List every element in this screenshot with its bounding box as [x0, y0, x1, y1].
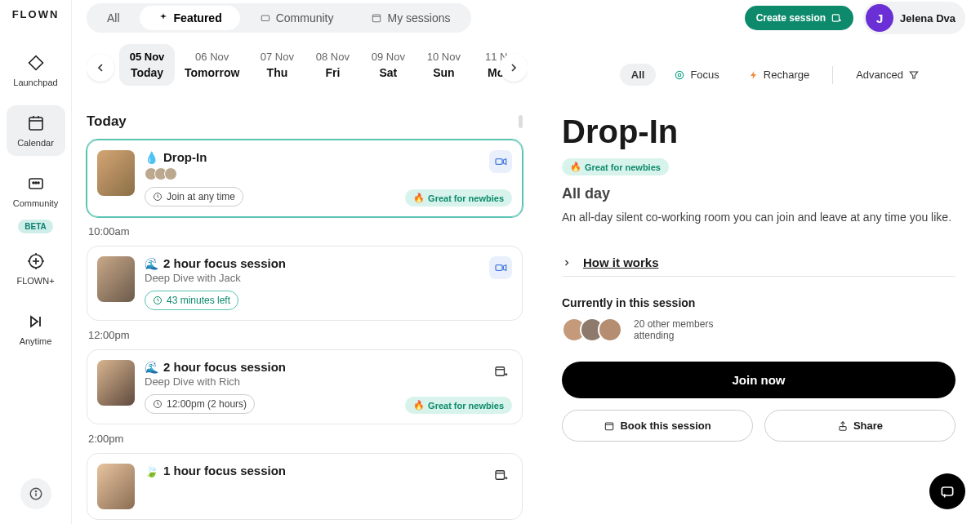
group-icon	[260, 12, 271, 24]
video-icon-button[interactable]	[489, 256, 512, 279]
how-it-works-toggle[interactable]: How it works	[562, 249, 956, 277]
svg-rect-34	[496, 265, 502, 271]
date-cell-today[interactable]: 05 Nov Today	[119, 44, 175, 86]
action-row: Book this session Share	[562, 410, 956, 442]
svg-rect-48	[942, 487, 952, 495]
time-label: 2:00pm	[88, 433, 523, 445]
session-thumb	[97, 256, 135, 302]
share-button[interactable]: Share	[764, 410, 956, 442]
tab-label: Community	[276, 11, 334, 24]
tab-featured[interactable]: Featured	[140, 6, 240, 30]
join-now-button[interactable]: Join now	[562, 362, 956, 398]
pill-text: 43 minutes left	[167, 295, 230, 306]
nav-anytime[interactable]: Anytime	[7, 304, 65, 354]
info-button[interactable]	[20, 478, 51, 509]
svg-rect-41	[496, 471, 505, 480]
date-cell[interactable]: 10 NovSun	[416, 44, 471, 86]
attendee-avatars	[145, 167, 512, 180]
bolt-icon	[749, 69, 759, 81]
card-title-text: 2 hour focus session	[163, 256, 286, 270]
date-prev-button[interactable]	[87, 54, 114, 82]
pill-text: Join at any time	[167, 191, 235, 202]
schedule-panel[interactable]: Today 💧Drop-In Join at any time 🔥	[72, 105, 537, 524]
card-title-text: Drop-In	[163, 150, 207, 164]
svg-rect-21	[261, 16, 269, 20]
nav-community[interactable]: Community	[7, 166, 65, 216]
tab-mysessions[interactable]: My sessions	[353, 6, 468, 30]
date-cell[interactable]: 08 NovFri	[305, 44, 360, 86]
sparkle-icon	[158, 12, 169, 24]
add-calendar-button[interactable]	[489, 464, 512, 486]
video-icon-button[interactable]	[489, 150, 512, 173]
share-icon	[837, 420, 849, 432]
clock-icon	[153, 192, 163, 202]
svg-point-27	[676, 71, 684, 78]
filter-icon	[908, 69, 920, 81]
filter-advanced[interactable]: Advanced	[844, 64, 931, 86]
create-session-button[interactable]: Create session	[745, 6, 853, 30]
date-num: 09 Nov	[372, 51, 405, 63]
wave-icon: 🌊	[145, 257, 158, 270]
card-subtitle: Deep Dive with Jack	[145, 272, 512, 284]
how-it-works-text: How it works	[583, 255, 659, 269]
time-left-pill: 43 minutes left	[145, 291, 238, 310]
date-cell[interactable]: 06 NovTomorrow	[175, 44, 249, 86]
date-cell[interactable]: 09 NovSat	[360, 44, 416, 86]
date-label: Today	[131, 66, 163, 79]
chat-fab[interactable]	[929, 473, 965, 509]
date-next-button[interactable]	[500, 54, 528, 82]
user-avatar: J	[866, 4, 893, 32]
svg-rect-45	[606, 422, 613, 429]
create-label: Create session	[756, 12, 826, 24]
session-card-dropin[interactable]: 💧Drop-In Join at any time 🔥 Great for ne…	[87, 140, 523, 217]
clock-icon	[153, 295, 163, 305]
filter-label: Advanced	[856, 69, 903, 81]
svg-rect-24	[832, 15, 839, 21]
time-pill: 12:00pm (2 hours)	[145, 394, 255, 414]
nav-launchpad[interactable]: Launchpad	[7, 45, 65, 95]
date-label: Fri	[325, 66, 340, 79]
target-icon	[674, 69, 685, 81]
session-card-focus3[interactable]: 🍃1 hour focus session	[87, 453, 523, 520]
svg-rect-1	[29, 118, 42, 130]
nav-calendar[interactable]: Calendar	[7, 105, 65, 156]
date-label: Sat	[380, 66, 398, 79]
badge-text: Great for newbies	[585, 162, 661, 172]
calendar-plus-icon	[831, 12, 842, 24]
session-card-focus1[interactable]: 🌊2 hour focus session Deep Dive with Jac…	[87, 246, 523, 321]
filter-focus[interactable]: Focus	[662, 64, 730, 86]
svg-point-20	[35, 491, 36, 491]
attendee-count-text: 20 other members attending	[634, 318, 732, 341]
tab-label: Featured	[174, 11, 222, 24]
tab-label: All	[107, 11, 120, 24]
svg-point-7	[35, 182, 37, 184]
svg-rect-37	[496, 367, 505, 376]
date-strip: 05 Nov Today 06 NovTomorrow 07 NovThu 08…	[87, 44, 528, 86]
add-calendar-button[interactable]	[489, 360, 512, 383]
nav-label: Calendar	[17, 138, 54, 148]
filter-label: Recharge	[764, 69, 809, 81]
session-card-focus2[interactable]: 🌊2 hour focus session Deep Dive with Ric…	[87, 349, 523, 424]
session-thumb	[97, 360, 135, 406]
all-day-label: All day	[562, 185, 956, 202]
detail-title: Drop-In	[562, 113, 956, 150]
newbie-badge: 🔥 Great for newbies	[405, 397, 512, 414]
filter-all[interactable]: All	[620, 64, 657, 86]
calendar-small-icon	[371, 12, 382, 24]
user-menu[interactable]: J Jelena Dva	[863, 2, 965, 34]
tab-community[interactable]: Community	[242, 6, 352, 30]
topbar: All Featured Community My sessions Creat…	[72, 0, 980, 36]
filter-recharge[interactable]: Recharge	[737, 64, 821, 86]
svg-marker-32	[503, 159, 506, 165]
pill-text: 12:00pm (2 hours)	[167, 398, 247, 410]
attendees-row: 20 other members attending	[562, 318, 956, 342]
book-session-button[interactable]: Book this session	[562, 410, 753, 442]
diamond-icon	[26, 53, 46, 73]
tab-all[interactable]: All	[89, 6, 138, 30]
date-cell[interactable]: 07 NovThu	[249, 44, 305, 86]
nav-flownplus[interactable]: FLOWN+	[7, 243, 65, 294]
clock-icon	[153, 399, 163, 409]
content: Today 💧Drop-In Join at any time 🔥	[72, 105, 980, 524]
topbar-right: Create session J Jelena Dva	[745, 2, 965, 34]
svg-rect-0	[29, 56, 42, 70]
